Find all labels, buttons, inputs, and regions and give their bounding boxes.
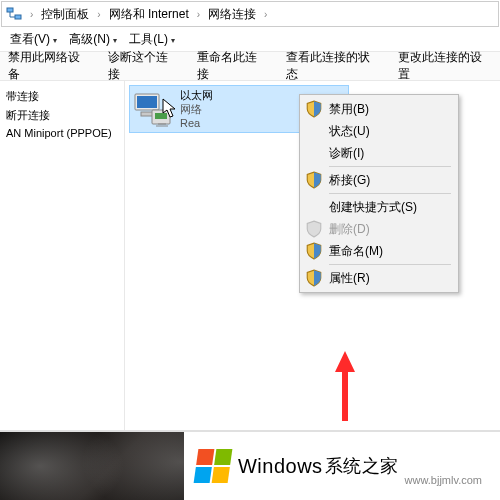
connection-subtitle: 网络: [180, 102, 213, 116]
tool-disable-device[interactable]: 禁用此网络设备: [8, 49, 90, 83]
ctx-rename-label: 重命名(M): [329, 243, 383, 260]
breadcrumb-control-panel[interactable]: 控制面板: [41, 6, 89, 23]
sidebar-item[interactable]: AN Miniport (PPPOE): [4, 125, 120, 141]
shield-icon: [305, 221, 323, 237]
blank-icon: [305, 199, 323, 215]
chevron-down-icon: ▾: [113, 36, 117, 45]
chevron-right-icon: ›: [262, 9, 269, 20]
breadcrumb-network-internet[interactable]: 网络和 Internet: [109, 6, 189, 23]
menu-bar: 查看(V) ▾ 高级(N) ▾ 工具(L) ▾: [0, 27, 500, 51]
sidebar-item[interactable]: 断开连接: [4, 106, 120, 125]
svg-rect-4: [141, 112, 153, 116]
shield-icon: [305, 243, 323, 259]
connection-adapter: Rea: [180, 116, 213, 130]
menu-view-label: 查看(V): [10, 32, 50, 46]
ctx-shortcut-label: 创建快捷方式(S): [329, 199, 417, 216]
separator: [329, 193, 451, 194]
tool-change-settings[interactable]: 更改此连接的设置: [398, 49, 492, 83]
address-bar[interactable]: › 控制面板 › 网络和 Internet › 网络连接 ›: [1, 1, 499, 27]
brand-block: Windows 系统之家 www.bjjmlv.com: [184, 432, 488, 500]
menu-advanced[interactable]: 高级(N) ▾: [69, 31, 117, 48]
menu-advanced-label: 高级(N): [69, 32, 110, 46]
ctx-disable-label: 禁用(B): [329, 101, 369, 118]
ctx-rename[interactable]: 重命名(M): [301, 240, 457, 262]
tool-rename[interactable]: 重命名此连接: [197, 49, 268, 83]
brand-suffix: 系统之家: [323, 454, 399, 478]
svg-rect-3: [137, 96, 157, 108]
shield-icon: [305, 172, 323, 188]
blank-icon: [305, 123, 323, 139]
menu-view[interactable]: 查看(V) ▾: [10, 31, 57, 48]
context-menu: 禁用(B) 状态(U) 诊断(I) 桥接(G) 创建快捷方式(S): [299, 94, 459, 293]
blank-icon: [305, 145, 323, 161]
separator: [329, 264, 451, 265]
ctx-bridge-label: 桥接(G): [329, 172, 370, 189]
network-folder-icon: [6, 6, 22, 22]
footer-watermark: Windows 系统之家 www.bjjmlv.com: [0, 432, 500, 500]
brand-url: www.bjjmlv.com: [405, 474, 482, 486]
content-area: 带连接 断开连接 AN Miniport (PPPOE) 以太网 网络 Rea: [0, 81, 500, 431]
chevron-right-icon: ›: [95, 9, 102, 20]
menu-tools-label: 工具(L): [129, 32, 168, 46]
ctx-status[interactable]: 状态(U): [301, 120, 457, 142]
svg-rect-6: [155, 113, 167, 119]
svg-rect-1: [15, 15, 21, 19]
ctx-shortcut[interactable]: 创建快捷方式(S): [301, 196, 457, 218]
ctx-bridge[interactable]: 桥接(G): [301, 169, 457, 191]
shield-icon: [305, 270, 323, 286]
windows-logo-icon: [194, 449, 233, 483]
svg-rect-0: [7, 8, 13, 12]
ctx-properties-label: 属性(R): [329, 270, 370, 287]
command-toolbar: 禁用此网络设备 诊断这个连接 重命名此连接 查看此连接的状态 更改此连接的设置: [0, 51, 500, 81]
ctx-diagnose-label: 诊断(I): [329, 145, 364, 162]
ctx-properties[interactable]: 属性(R): [301, 267, 457, 289]
ctx-diagnose[interactable]: 诊断(I): [301, 142, 457, 164]
connection-text: 以太网 网络 Rea: [180, 88, 213, 130]
sidebar-item[interactable]: 带连接: [4, 87, 120, 106]
connection-title: 以太网: [180, 88, 213, 102]
chevron-down-icon: ▾: [171, 36, 175, 45]
ctx-status-label: 状态(U): [329, 123, 370, 140]
chevron-down-icon: ▾: [53, 36, 57, 45]
ctx-delete-label: 删除(D): [329, 221, 370, 238]
ctx-delete: 删除(D): [301, 218, 457, 240]
brand-name: Windows: [236, 455, 323, 478]
ethernet-adapter-icon: [132, 88, 174, 130]
shield-icon: [305, 101, 323, 117]
chevron-right-icon: ›: [28, 9, 35, 20]
breadcrumb-network-connections[interactable]: 网络连接: [208, 6, 256, 23]
menu-tools[interactable]: 工具(L) ▾: [129, 31, 175, 48]
annotation-arrow: [335, 351, 355, 421]
tool-view-status[interactable]: 查看此连接的状态: [286, 49, 380, 83]
chevron-right-icon: ›: [195, 9, 202, 20]
tool-diagnose[interactable]: 诊断这个连接: [108, 49, 179, 83]
sidebar: 带连接 断开连接 AN Miniport (PPPOE): [0, 81, 125, 430]
main-pane[interactable]: 以太网 网络 Rea 禁用(B) 状态(U) 诊断(I) 桥接(G): [125, 81, 500, 430]
ctx-disable[interactable]: 禁用(B): [301, 98, 457, 120]
separator: [329, 166, 451, 167]
